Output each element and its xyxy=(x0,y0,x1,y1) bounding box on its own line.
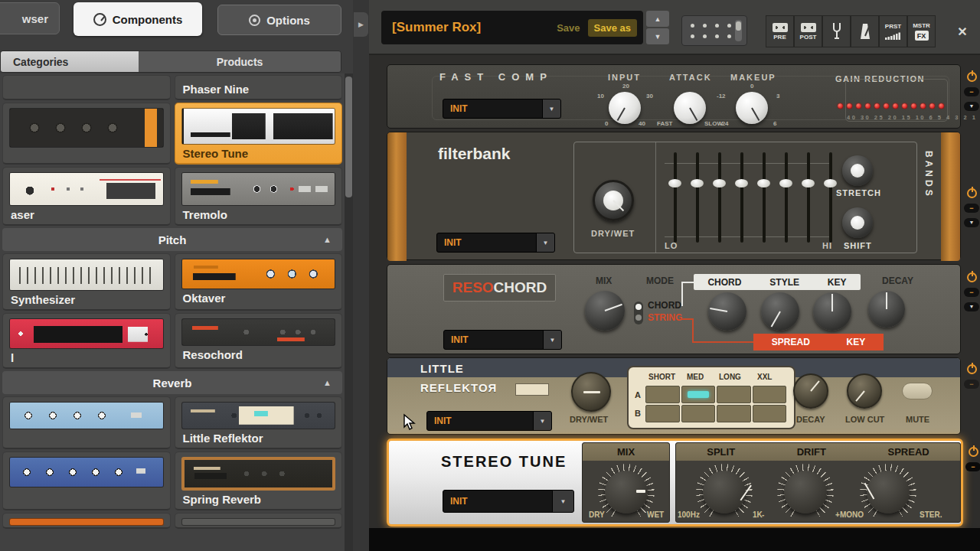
resochord-preset-dropdown[interactable]: INIT ▼ xyxy=(443,330,562,350)
slider-handle[interactable] xyxy=(668,179,681,187)
band-slider[interactable] xyxy=(785,152,788,243)
slider-handle[interactable] xyxy=(779,179,792,187)
band-slider[interactable] xyxy=(807,152,810,243)
mode-chord-label[interactable]: CHORD xyxy=(648,300,681,311)
power-icon[interactable] xyxy=(967,272,977,282)
preset-display[interactable]: [Summer Rox] Save Save as xyxy=(381,11,643,44)
size-cell-b-med[interactable] xyxy=(681,405,716,422)
mix-knob[interactable] xyxy=(585,291,625,331)
slider-handle[interactable] xyxy=(802,179,815,187)
key-knob[interactable] xyxy=(813,292,851,331)
collapse-panel-button[interactable]: ▶ xyxy=(354,12,368,37)
power-icon[interactable] xyxy=(967,188,977,198)
minimize-button[interactable]: − xyxy=(964,87,979,96)
rack-overview-widget[interactable] xyxy=(681,15,747,46)
master-fx-button[interactable]: MSTR FX xyxy=(907,15,936,47)
attack-knob[interactable] xyxy=(674,92,706,124)
size-cell-b-short[interactable] xyxy=(645,405,680,422)
split-knob[interactable] xyxy=(703,471,746,514)
component-item-l[interactable]: l xyxy=(2,313,171,369)
tuner-button[interactable] xyxy=(822,15,851,47)
component-item-stereo-tune[interactable]: Stereo Tune xyxy=(175,103,343,165)
rack-overview-slider[interactable] xyxy=(735,20,742,41)
expand-button[interactable]: ▼ xyxy=(964,102,979,111)
tab-categories[interactable]: Categories xyxy=(1,51,139,72)
tab-browser[interactable]: wser xyxy=(0,2,60,34)
chord-selector-bar[interactable]: CHORD STYLE KEY xyxy=(694,274,861,290)
spread-knob[interactable] xyxy=(867,471,910,514)
fast-comp-preset-dropdown[interactable]: INIT ▼ xyxy=(443,99,561,119)
drift-knob[interactable] xyxy=(784,471,827,514)
component-item-spring-reverb[interactable]: Spring Reverb xyxy=(175,452,343,510)
minimize-button[interactable]: − xyxy=(965,462,980,471)
stereo-tune-preset-dropdown[interactable]: INIT ▼ xyxy=(443,490,574,513)
sidebar-scrollbar[interactable] xyxy=(345,73,353,551)
decay-knob[interactable] xyxy=(793,373,828,409)
component-item[interactable] xyxy=(2,103,171,165)
style-knob[interactable] xyxy=(761,292,799,331)
preset-volume-button[interactable]: PRST xyxy=(879,15,907,47)
slider-handle[interactable] xyxy=(757,179,770,187)
selector-style[interactable]: STYLE xyxy=(769,277,799,288)
post-tapedeck-button[interactable]: POST xyxy=(794,15,822,47)
power-icon[interactable] xyxy=(969,447,978,457)
section-header-reverb[interactable]: Reverb▲ xyxy=(2,371,342,394)
chord-knob[interactable] xyxy=(708,292,746,331)
preset-up-button[interactable]: ▲ xyxy=(646,11,669,27)
tab-products[interactable]: Products xyxy=(139,51,341,72)
tab-components[interactable]: Components xyxy=(74,2,202,36)
component-item-oktaver[interactable]: Oktaver xyxy=(175,253,343,311)
component-item-tremolo[interactable]: Tremolo xyxy=(175,167,343,226)
mute-button[interactable] xyxy=(902,383,933,399)
slider-handle[interactable] xyxy=(735,179,748,187)
minimize-button[interactable]: − xyxy=(964,204,979,213)
low-cut-knob[interactable] xyxy=(847,373,882,409)
metronome-button[interactable] xyxy=(851,15,879,47)
slider-handle[interactable] xyxy=(691,179,704,187)
section-header-pitch[interactable]: Pitch▲ xyxy=(2,228,342,251)
minimize-button[interactable]: − xyxy=(964,380,979,389)
stretch-knob[interactable] xyxy=(842,155,873,186)
component-item[interactable] xyxy=(2,513,171,529)
expand-button[interactable]: ▼ xyxy=(964,218,979,227)
expand-button[interactable]: ▼ xyxy=(964,302,979,311)
save-button[interactable]: Save xyxy=(557,22,580,34)
band-slider[interactable] xyxy=(696,152,699,243)
dry-wet-knob[interactable] xyxy=(593,180,634,221)
size-cell-a-long[interactable] xyxy=(717,386,751,403)
component-item[interactable] xyxy=(2,396,171,449)
size-cell-b-long[interactable] xyxy=(717,405,751,422)
slider-handle[interactable] xyxy=(824,179,837,187)
slider-handle[interactable] xyxy=(713,179,726,187)
tab-options[interactable]: Options xyxy=(217,5,341,35)
decay-knob[interactable] xyxy=(868,291,905,328)
filterbank-preset-dropdown[interactable]: INIT ▼ xyxy=(436,233,555,253)
component-item[interactable] xyxy=(2,452,171,510)
selector-chord[interactable]: CHORD xyxy=(707,277,741,288)
pre-tapedeck-button[interactable]: PRE xyxy=(766,15,794,47)
component-item[interactable] xyxy=(2,75,171,100)
makeup-knob[interactable] xyxy=(736,92,768,124)
component-item[interactable] xyxy=(175,513,343,529)
collapse-icon[interactable]: ▲ xyxy=(323,378,332,387)
save-as-button[interactable]: Save as xyxy=(588,19,637,37)
power-icon[interactable] xyxy=(967,72,977,82)
component-item-aser[interactable]: aser xyxy=(2,167,171,226)
band-slider[interactable] xyxy=(674,152,677,243)
band-slider[interactable] xyxy=(740,152,743,243)
dry-wet-knob[interactable] xyxy=(571,372,611,412)
band-slider[interactable] xyxy=(763,152,766,243)
size-cell-a-med[interactable] xyxy=(681,386,716,403)
size-cell-b-xxl[interactable] xyxy=(753,405,787,422)
band-slider[interactable] xyxy=(829,152,832,243)
component-item-phaser-nine[interactable]: Phaser Nine xyxy=(175,75,343,100)
scrollbar-thumb[interactable] xyxy=(345,77,352,197)
mix-knob[interactable] xyxy=(605,471,648,514)
component-item-synthesizer[interactable]: Synthesizer xyxy=(2,253,171,311)
size-cell-a-xxl[interactable] xyxy=(753,386,787,403)
input-knob[interactable] xyxy=(609,92,641,124)
size-cell-a-short[interactable] xyxy=(645,386,680,403)
mode-string-label[interactable]: STRING xyxy=(648,312,682,323)
band-slider[interactable] xyxy=(718,152,721,243)
mode-toggle[interactable] xyxy=(634,302,643,324)
